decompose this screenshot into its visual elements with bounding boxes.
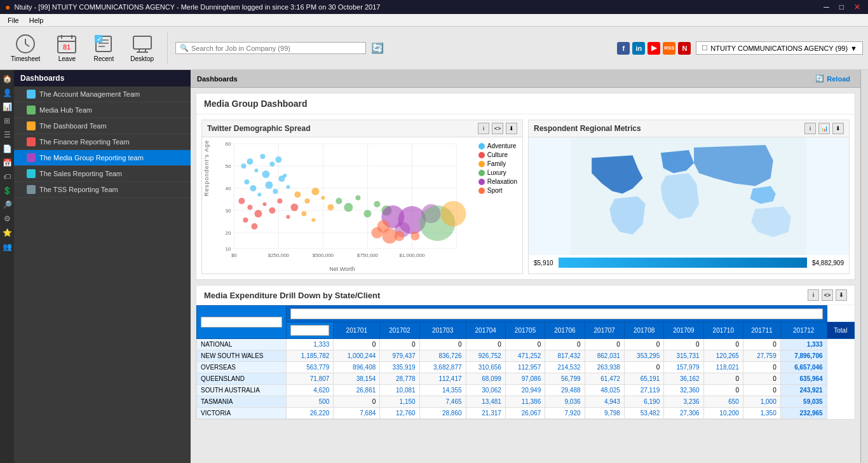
chart2-header: Respondent Regional Metrics i 📊 ⬇ <box>529 120 849 137</box>
desktop-button[interactable]: Desktop <box>125 31 159 66</box>
search-input[interactable] <box>191 45 362 52</box>
svg-point-60 <box>269 207 275 214</box>
sidebar-item-tss[interactable]: The TSS Reporting Team <box>14 182 191 198</box>
sidebar-icon-list[interactable]: ☰ <box>1 128 13 141</box>
desktop-icon <box>132 34 153 54</box>
chart2-download-button[interactable]: ⬇ <box>832 123 844 134</box>
help-menu[interactable]: Help <box>24 15 49 25</box>
data-cell-0-7: 0 <box>585 339 624 350</box>
svg-point-64 <box>243 218 248 223</box>
state-filter[interactable]: State▼ <box>290 325 329 336</box>
data-cell-3-3: 112,417 <box>419 373 466 385</box>
sidebar-icon-dollar[interactable]: 💲 <box>1 184 13 197</box>
scrollbar[interactable] <box>860 70 868 463</box>
sidebar-item-sales[interactable]: The Sales Reporting Team <box>14 166 191 182</box>
chart1-expand-button[interactable]: <> <box>492 123 503 134</box>
table-download-button[interactable]: ⬇ <box>836 289 847 301</box>
sidebar-item-icon <box>27 90 36 99</box>
data-cell-1-1: 1,000,244 <box>334 350 380 362</box>
data-cell-4-12: 243,921 <box>780 385 827 396</box>
sidebar-item-dashboard[interactable]: The Dashboard Team <box>14 118 191 134</box>
recent-button[interactable]: ✓ Recent <box>88 31 119 66</box>
data-cell-6-4: 21,317 <box>466 408 505 419</box>
maximize-button[interactable]: □ <box>837 3 846 11</box>
svg-text:20: 20 <box>225 230 231 236</box>
data-cell-2-4: 310,656 <box>466 362 505 373</box>
sidebar-item-icon <box>27 153 36 162</box>
facebook-icon[interactable]: f <box>617 42 630 55</box>
col-header-201707: 201707 <box>585 322 624 339</box>
ntuity-icon[interactable]: N <box>678 42 691 55</box>
timesheet-button[interactable]: Timesheet <box>5 31 46 66</box>
data-cell-2-8: 0 <box>624 362 663 373</box>
chart2-info-button[interactable]: i <box>804 123 816 134</box>
dashboard-content: Twitter Demographic Spread i <> ⬇ Respon… <box>196 114 855 279</box>
youtube-icon[interactable]: ▶ <box>648 42 660 55</box>
legend-dot-family <box>478 161 485 167</box>
rss-icon[interactable]: RSS <box>663 42 675 55</box>
chart1-download-button[interactable]: ⬇ <box>506 123 517 134</box>
sidebar-item-icon <box>27 169 36 178</box>
sidebar-icon-home[interactable]: 🏠 <box>1 73 13 85</box>
svg-point-71 <box>301 211 306 216</box>
minimize-button[interactable]: ─ <box>821 3 832 11</box>
linkedin-icon[interactable]: in <box>632 42 645 55</box>
svg-point-44 <box>260 154 265 159</box>
svg-point-68 <box>311 188 319 195</box>
sidebar-item-media-group[interactable]: The Media Group Reporting team <box>14 150 191 166</box>
file-menu[interactable]: File <box>3 15 24 25</box>
sidebar-item-account-management[interactable]: The Account Management Team <box>14 86 191 102</box>
sidebar-icon-doc[interactable]: 📄 <box>1 142 13 155</box>
refresh-button[interactable]: 🔄 <box>371 42 384 54</box>
table-expand-button[interactable]: <> <box>822 289 833 301</box>
chart1-info-button[interactable]: i <box>478 123 489 134</box>
svg-point-62 <box>286 215 290 219</box>
svg-text:10: 10 <box>225 246 231 252</box>
data-cell-3-5: 97,086 <box>505 373 545 385</box>
net-to-client-dropdown-icon: ▼ <box>252 319 259 326</box>
leave-button[interactable]: 81 Leave <box>51 31 83 66</box>
timesheet-icon <box>15 34 36 54</box>
table-info-button[interactable]: i <box>808 289 819 301</box>
chart1-actions: i <> ⬇ <box>478 123 517 134</box>
sidebar-icon-grid[interactable]: ⊞ <box>1 114 13 127</box>
booked-month-filter[interactable]: BOOKED MONTH ▼ <box>290 308 822 319</box>
sidebar-icon-search2[interactable]: 🔎 <box>1 198 13 211</box>
title-label: Ntuity - [99] NTUITY COMMUNICATIONS AGEN… <box>14 3 380 11</box>
data-cell-0-6: 0 <box>545 339 585 350</box>
net-to-client-filter[interactable]: NET TO CLIENT ▼ <box>201 317 282 328</box>
chart1-body: Respondent's Age <box>202 137 522 273</box>
sidebar-icon-settings[interactable]: ⚙ <box>1 212 13 225</box>
reload-icon: 🔄 <box>815 74 824 83</box>
chart2-chart-button[interactable]: 📊 <box>818 123 830 134</box>
title-bar: ● Ntuity - [99] NTUITY COMMUNICATIONS AG… <box>0 0 868 14</box>
close-button[interactable]: ✕ <box>851 3 863 11</box>
sidebar-icon-user2[interactable]: 👥 <box>1 240 13 253</box>
regional-chart-container: Respondent Regional Metrics i 📊 ⬇ <box>528 120 850 274</box>
data-cell-6-3: 28,860 <box>419 408 466 419</box>
sidebar-icon-chart[interactable]: 📊 <box>1 100 13 113</box>
data-cell-4-3: 14,355 <box>419 385 466 396</box>
sidebar-icon-star[interactable]: ⭐ <box>1 226 13 239</box>
agency-selector[interactable]: ☐ NTUITY COMMUNICATIONS AGENCY (99) ▼ <box>696 41 863 55</box>
col-header-201702: 201702 <box>380 322 419 339</box>
sidebar-icon-person[interactable]: 👤 <box>1 86 13 99</box>
content-header: Dashboards 🔄 Reload <box>191 70 860 88</box>
legend-label-family: Family <box>487 160 506 167</box>
sidebar-icon-tag[interactable]: 🏷 <box>1 170 13 183</box>
svg-text:30: 30 <box>225 208 231 214</box>
legend-dot-adventure <box>478 143 485 149</box>
col-header-201703: 201703 <box>419 322 466 339</box>
table-row: QUEENSLAND71,80738,15428,778112,41768,09… <box>197 373 855 385</box>
state-cell-0: NATIONAL <box>197 339 287 350</box>
twitter-chart-container: Twitter Demographic Spread i <> ⬇ Respon… <box>201 120 523 274</box>
data-cell-1-7: 862,031 <box>585 350 624 362</box>
reload-button[interactable]: 🔄 Reload <box>811 73 854 84</box>
sidebar-item-media-hub[interactable]: Media Hub Team <box>14 102 191 118</box>
svg-point-52 <box>265 181 273 189</box>
data-cell-1-0: 1,185,782 <box>287 350 334 362</box>
col-header-Total: Total <box>827 322 854 339</box>
sidebar-item-finance[interactable]: The Finance Reporting Team <box>14 134 191 150</box>
sidebar-icon-calendar[interactable]: 📅 <box>1 156 13 169</box>
state-label: State <box>294 327 308 334</box>
